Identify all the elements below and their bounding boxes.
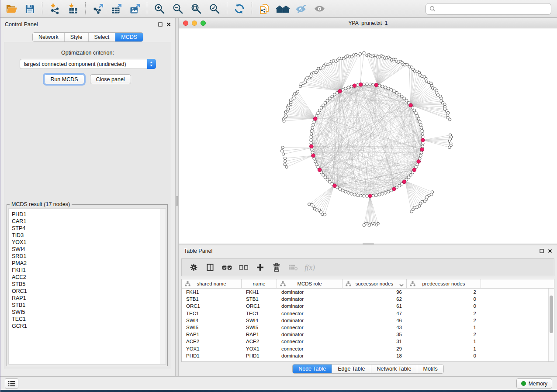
- vertical-splitter[interactable]: [176, 18, 179, 376]
- tab-style[interactable]: Style: [65, 33, 89, 41]
- import-network-button[interactable]: [45, 2, 64, 16]
- run-mcds-button[interactable]: Run MCDS: [44, 74, 84, 84]
- table-row[interactable]: YOX1YOX1connector291: [182, 345, 554, 352]
- add-icon: [256, 263, 264, 272]
- refresh-button[interactable]: [230, 2, 249, 16]
- column-label: name: [253, 281, 266, 286]
- result-list-scrollbar[interactable]: [160, 209, 166, 364]
- table-scrollbar[interactable]: [548, 289, 554, 361]
- close-panel-icon[interactable]: [548, 249, 552, 253]
- criterion-value: largest connected component (undirected): [20, 61, 147, 67]
- table-row[interactable]: SWI4SWI4dominator462: [182, 317, 554, 324]
- criterion-dropdown[interactable]: largest connected component (undirected): [20, 59, 156, 69]
- mcds-tab-content: Optimization criterion: largest connecte…: [4, 42, 171, 369]
- search-input[interactable]: [438, 6, 547, 13]
- table-row[interactable]: ORC1ORC1dominator610: [182, 303, 554, 309]
- table-row[interactable]: STB1STB1dominator620: [182, 296, 554, 303]
- mcds-result-item[interactable]: ACE2: [12, 274, 163, 281]
- column-header-mcds-role[interactable]: MCDS role: [277, 279, 343, 288]
- mcds-result-item[interactable]: SWI5: [12, 309, 163, 316]
- search-box[interactable]: [426, 3, 551, 15]
- mcds-result-item[interactable]: PMA2: [12, 260, 163, 267]
- scrollbar-thumb[interactable]: [550, 296, 553, 333]
- tab-node-table[interactable]: Node Table: [293, 364, 332, 373]
- open-button[interactable]: [2, 2, 21, 16]
- mcds-result-item[interactable]: SRD1: [12, 253, 163, 260]
- float-window-icon[interactable]: [158, 22, 163, 27]
- mcds-result-item[interactable]: RAP1: [12, 295, 163, 302]
- mcds-result-item[interactable]: GCR1: [12, 323, 163, 330]
- float-window-icon[interactable]: [540, 249, 544, 253]
- table-row[interactable]: FKH1FKH1dominator962: [182, 289, 554, 296]
- cell-mcds-role: dominator: [277, 332, 343, 337]
- memory-button[interactable]: Memory: [516, 378, 552, 389]
- export-table-icon: [111, 3, 122, 14]
- export-table-button[interactable]: [107, 2, 125, 16]
- delete-table-icon: [288, 264, 298, 271]
- mcds-result-item[interactable]: CAR1: [12, 218, 163, 225]
- mcds-result-item[interactable]: TID3: [12, 232, 163, 239]
- mcds-result-item[interactable]: STB1: [12, 302, 163, 309]
- status-bar: Memory: [0, 376, 557, 390]
- cell-mcds-role: dominator: [277, 296, 343, 302]
- table-row[interactable]: PHD1PHD1dominator180: [182, 352, 554, 359]
- splitter-handle[interactable]: [176, 196, 178, 206]
- columns-button[interactable]: [204, 261, 217, 274]
- tab-mcds[interactable]: MCDS: [115, 33, 143, 41]
- zoom-fit-button[interactable]: [187, 2, 205, 16]
- function-builder-button: f(x): [303, 261, 316, 274]
- network-canvas[interactable]: [179, 28, 557, 243]
- delete-button[interactable]: [270, 261, 283, 274]
- cell-shared-name: ORC1: [182, 303, 242, 309]
- hide-graphics-details-button[interactable]: [292, 2, 310, 16]
- mcds-result-item[interactable]: YOX1: [12, 239, 163, 246]
- cell-predecessor-nodes: 0: [407, 303, 481, 309]
- table-row[interactable]: RAP1RAP1dominator352: [182, 331, 554, 338]
- tab-select[interactable]: Select: [89, 33, 116, 41]
- cell-mcds-role: dominator: [277, 318, 343, 323]
- column-header-shared-name[interactable]: shared name: [182, 279, 242, 288]
- table-row[interactable]: SWI5SWI5connector431: [182, 324, 554, 331]
- close-panel-icon[interactable]: [166, 22, 171, 27]
- network-graph[interactable]: [179, 28, 557, 243]
- save-button[interactable]: [21, 2, 39, 16]
- show-graphics-details-button[interactable]: [310, 2, 329, 16]
- mcds-result-item[interactable]: STP4: [12, 225, 163, 232]
- tab-network[interactable]: Network: [33, 33, 65, 41]
- gear-button[interactable]: [187, 261, 200, 274]
- mcds-result-item[interactable]: STB5: [12, 281, 163, 288]
- close-panel-button[interactable]: Close panel: [90, 74, 131, 84]
- mcds-result-item[interactable]: SWI4: [12, 246, 163, 253]
- mcds-result-item[interactable]: TEC1: [12, 316, 163, 323]
- zoom-selected-button[interactable]: [205, 2, 224, 16]
- column-header-successor-nodes[interactable]: successor nodes: [343, 279, 407, 288]
- cell-name: STB1: [242, 296, 277, 302]
- add-button[interactable]: [253, 261, 266, 274]
- zoom-in-button[interactable]: [150, 2, 169, 16]
- export-image-button[interactable]: [125, 2, 144, 16]
- export-network-button[interactable]: [89, 2, 107, 16]
- table-row[interactable]: ACE2ACE2connector311: [182, 338, 554, 345]
- control-panel-tabs: NetworkStyleSelectMCDS: [32, 32, 143, 42]
- mcds-result-item[interactable]: ORC1: [12, 288, 163, 295]
- duplicate-network-button[interactable]: [255, 2, 273, 16]
- mcds-result-item[interactable]: PHD1: [12, 211, 163, 218]
- delete-table-button: [287, 261, 300, 274]
- tab-network-table[interactable]: Network Table: [371, 364, 418, 373]
- tab-motifs[interactable]: Motifs: [417, 364, 443, 373]
- open-icon: [6, 3, 17, 14]
- cell-shared-name: STB1: [182, 296, 242, 302]
- task-history-button[interactable]: [5, 378, 18, 389]
- unselect-all-button[interactable]: [237, 261, 250, 274]
- table-row[interactable]: TEC1TEC1connector472: [182, 310, 554, 317]
- column-header-predecessor-nodes[interactable]: predecessor nodes: [407, 279, 481, 288]
- cell-mcds-role: dominator: [277, 353, 343, 358]
- tab-edge-table[interactable]: Edge Table: [332, 364, 371, 373]
- import-table-button[interactable]: [64, 2, 82, 16]
- select-all-button[interactable]: [220, 261, 233, 274]
- zoom-out-button[interactable]: [169, 2, 187, 16]
- application-window: Control Panel NetworkStyleSelectMCDS Opt…: [0, 0, 557, 392]
- first-neighbors-button[interactable]: [273, 2, 292, 16]
- mcds-result-item[interactable]: FKH1: [12, 267, 163, 274]
- column-header-name[interactable]: name: [242, 279, 277, 288]
